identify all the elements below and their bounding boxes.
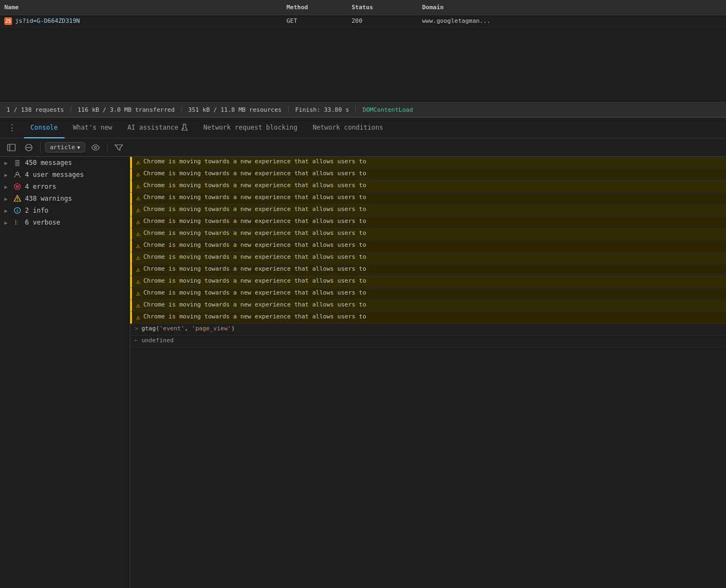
col-method-header: Method <box>286 4 352 11</box>
warning-triangle-icon: ⚠ <box>136 206 140 214</box>
toolbar-divider-2 <box>107 142 107 153</box>
log-message-text: Chrome is moving towards a new experienc… <box>143 218 366 225</box>
console-toolbar: article ▼ <box>0 138 726 157</box>
chevron-right-icon: ▶ <box>4 220 10 226</box>
log-message-text: Chrome is moving towards a new experienc… <box>143 277 366 284</box>
verbose-icon <box>13 218 22 227</box>
eye-button[interactable] <box>88 140 103 155</box>
js-resource-icon: JS <box>4 17 12 25</box>
svg-point-21 <box>15 223 16 225</box>
log-message-text: Chrome is moving towards a new experienc… <box>143 158 366 165</box>
filter-button[interactable] <box>112 140 126 155</box>
log-row: ⚠ Chrome is moving towards a new experie… <box>130 204 726 216</box>
log-message-text: Chrome is moving towards a new experienc… <box>143 194 366 201</box>
sidebar-item-verbose[interactable]: ▶ 6 verbose <box>0 216 130 228</box>
network-row-domain: www.googletagman... <box>422 17 722 24</box>
more-tabs-button[interactable]: ⋮ <box>4 120 20 136</box>
log-row: ⚠ Chrome is moving towards a new experie… <box>130 157 726 169</box>
tab-network-request-blocking[interactable]: Network request blocking <box>197 118 304 138</box>
result-arrow-icon: ← <box>135 337 138 344</box>
log-row: ⚠ Chrome is moving towards a new experie… <box>130 181 726 193</box>
code-expression: gtag('event', 'page_view') <box>142 325 235 332</box>
log-row: ⚠ Chrome is moving towards a new experie… <box>130 169 726 181</box>
tab-network-conditions[interactable]: Network conditions <box>306 118 390 138</box>
tab-ai-assistance-label: AI assistance <box>128 124 179 131</box>
transferred-size: 116 kB / 3.0 MB transferred <box>71 106 182 113</box>
svg-point-22 <box>18 221 18 221</box>
code-func-name: gtag <box>142 325 156 332</box>
warning-triangle-icon: ⚠ <box>136 158 140 166</box>
tab-whats-new[interactable]: What's new <box>67 118 119 138</box>
beaker-icon <box>181 124 188 131</box>
clear-console-button[interactable] <box>22 140 36 155</box>
dom-content-loaded[interactable]: DOMContentLoad <box>356 106 419 113</box>
console-log[interactable]: ⚠ Chrome is moving towards a new experie… <box>130 157 726 588</box>
svg-point-5 <box>94 146 97 149</box>
log-message-text: Chrome is moving towards a new experienc… <box>143 265 366 272</box>
log-row: ⚠ Chrome is moving towards a new experie… <box>130 300 726 312</box>
log-row: ⚠ Chrome is moving towards a new experie… <box>130 264 726 276</box>
error-icon <box>13 182 22 191</box>
devtools-tabs-bar: ⋮ Console What's new AI assistance Netwo… <box>0 118 726 138</box>
main-content: ▶ 450 messages ▶ 4 user messages <box>0 157 726 588</box>
network-panel: Name Method Status Domain JS js?id=G-D66… <box>0 0 726 118</box>
svg-point-24 <box>18 224 18 225</box>
user-messages-label: 4 user messages <box>25 171 84 178</box>
svg-point-20 <box>15 222 16 223</box>
chevron-right-icon: ▶ <box>4 196 10 202</box>
sidebar-item-warnings[interactable]: ▶ 438 warnings <box>0 193 130 204</box>
chevron-right-icon: ▶ <box>4 160 10 166</box>
log-message-text: Chrome is moving towards a new experienc… <box>143 170 366 177</box>
network-row-name: js?id=G-D664ZD319N <box>15 17 80 24</box>
warning-triangle-icon: ⚠ <box>136 218 140 226</box>
col-status-header: Status <box>352 4 422 11</box>
user-icon <box>13 170 22 179</box>
tab-network-request-blocking-label: Network request blocking <box>203 124 297 131</box>
console-input-line: > gtag('event', 'page_view') <box>130 324 726 336</box>
warning-triangle-icon: ⚠ <box>136 290 140 297</box>
warnings-label: 438 warnings <box>25 195 72 202</box>
code-arg2: 'page_view' <box>192 325 231 332</box>
toggle-sidebar-button[interactable] <box>4 140 18 155</box>
table-row[interactable]: JS js?id=G-D664ZD319N GET 200 www.google… <box>0 15 726 27</box>
sidebar-item-all-messages[interactable]: ▶ 450 messages <box>0 157 130 169</box>
warning-triangle-icon: ⚠ <box>136 266 140 273</box>
sidebar-icon <box>7 143 16 152</box>
svg-point-0 <box>183 128 184 129</box>
log-row: ⚠ Chrome is moving towards a new experie… <box>130 252 726 264</box>
log-row: ⚠ Chrome is moving towards a new experie… <box>130 240 726 252</box>
network-status-bar: 1 / 138 requests 116 kB / 3.0 MB transfe… <box>0 102 726 117</box>
tab-whats-new-label: What's new <box>73 124 112 131</box>
log-row: ⚠ Chrome is moving towards a new experie… <box>130 216 726 228</box>
resources-size: 351 kB / 11.8 MB resources <box>182 106 289 113</box>
network-row-status: 200 <box>352 17 422 24</box>
col-domain-header: Domain <box>422 4 722 11</box>
sidebar-item-info[interactable]: ▶ 2 info <box>0 204 130 216</box>
sidebar-item-user-messages[interactable]: ▶ 4 user messages <box>0 169 130 181</box>
svg-point-23 <box>18 222 18 223</box>
sidebar-item-errors[interactable]: ▶ 4 errors <box>0 181 130 193</box>
warning-triangle-icon: ⚠ <box>136 242 140 250</box>
warning-triangle-icon: ⚠ <box>136 278 140 285</box>
chevron-right-icon: ▶ <box>4 172 10 178</box>
svg-point-19 <box>15 220 16 221</box>
result-value: undefined <box>142 337 174 344</box>
tab-ai-assistance[interactable]: AI assistance <box>121 118 195 138</box>
warning-triangle-icon: ⚠ <box>136 194 140 202</box>
info-icon <box>13 206 22 215</box>
clear-icon <box>24 143 33 152</box>
info-label: 2 info <box>25 207 48 214</box>
log-message-text: Chrome is moving towards a new experienc… <box>143 289 366 296</box>
verbose-label: 6 verbose <box>25 219 60 226</box>
context-selector[interactable]: article ▼ <box>45 142 85 152</box>
code-comma: , <box>184 325 192 332</box>
code-arg1: 'event' <box>160 325 184 332</box>
log-row: ⚠ Chrome is moving towards a new experie… <box>130 228 726 240</box>
log-row: ⚠ Chrome is moving towards a new experie… <box>130 312 726 324</box>
warning-triangle-icon: ⚠ <box>136 302 140 309</box>
chevron-down-icon: ▼ <box>77 145 80 150</box>
log-row: ⚠ Chrome is moving towards a new experie… <box>130 193 726 204</box>
code-open-paren: ( <box>156 325 160 332</box>
tab-console[interactable]: Console <box>24 118 65 138</box>
svg-point-18 <box>17 209 17 209</box>
